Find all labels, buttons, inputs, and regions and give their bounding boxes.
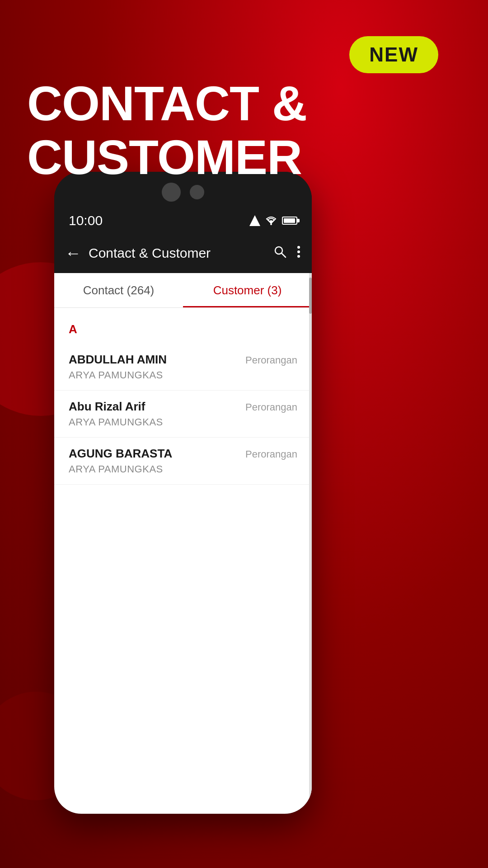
camera-sensor xyxy=(190,185,204,199)
scrollbar-track xyxy=(309,273,312,814)
app-bar: ← Contact & Customer xyxy=(54,233,312,273)
camera-front xyxy=(162,183,181,202)
wifi-icon xyxy=(265,215,277,226)
contact-type: Perorangan xyxy=(245,401,297,413)
contact-type: Perorangan xyxy=(245,448,297,460)
heading-line1: CONTACT & xyxy=(27,77,307,131)
contact-sub: ARYA PAMUNGKAS xyxy=(69,369,167,381)
svg-marker-0 xyxy=(249,215,260,226)
status-bar: 10:00 xyxy=(54,208,312,233)
contact-name: AGUNG BARASTA xyxy=(69,447,172,461)
status-icons xyxy=(249,215,297,226)
heading-line2: CUSTOMER xyxy=(27,131,307,184)
svg-line-3 xyxy=(282,253,286,257)
contact-sub: ARYA PAMUNGKAS xyxy=(69,463,172,475)
section-header-a: A xyxy=(54,319,312,344)
contact-name: Abu Rizal Arif xyxy=(69,400,163,414)
list-item[interactable]: AGUNG BARASTA ARYA PAMUNGKAS Perorangan xyxy=(54,438,312,485)
main-heading: CONTACT & CUSTOMER xyxy=(27,77,307,184)
status-time: 10:00 xyxy=(69,213,103,228)
tab-contact[interactable]: Contact (264) xyxy=(54,273,183,307)
phone-mockup: 10:00 ← Contact & Customer xyxy=(54,172,312,814)
list-item-left: Abu Rizal Arif ARYA PAMUNGKAS xyxy=(69,400,163,428)
battery-icon xyxy=(282,217,297,225)
contact-type: Perorangan xyxy=(245,354,297,366)
scrollbar-thumb[interactable] xyxy=(309,278,312,314)
back-button[interactable]: ← xyxy=(65,244,81,263)
contact-sub: ARYA PAMUNGKAS xyxy=(69,416,163,428)
svg-point-5 xyxy=(297,250,300,253)
contact-name: ABDULLAH AMIN xyxy=(69,353,167,367)
list-item[interactable]: Abu Rizal Arif ARYA PAMUNGKAS Perorangan xyxy=(54,391,312,438)
tabs: Contact (264) Customer (3) xyxy=(54,273,312,308)
search-button[interactable] xyxy=(273,245,287,262)
app-bar-title: Contact & Customer xyxy=(89,245,266,261)
more-button[interactable] xyxy=(296,245,301,262)
svg-point-1 xyxy=(270,223,272,225)
list-item-left: AGUNG BARASTA ARYA PAMUNGKAS xyxy=(69,447,172,475)
tab-customer[interactable]: Customer (3) xyxy=(183,273,312,307)
list-item[interactable]: ABDULLAH AMIN ARYA PAMUNGKAS Perorangan xyxy=(54,344,312,391)
phone-content: Contact (264) Customer (3) A ABDULLAH AM… xyxy=(54,273,312,814)
svg-point-4 xyxy=(297,246,300,249)
signal-icon xyxy=(249,215,260,226)
list-content: A ABDULLAH AMIN ARYA PAMUNGKAS Peroranga… xyxy=(54,308,312,485)
svg-point-6 xyxy=(297,255,300,258)
app-bar-icons xyxy=(273,245,301,262)
new-badge: NEW xyxy=(349,36,438,73)
list-item-left: ABDULLAH AMIN ARYA PAMUNGKAS xyxy=(69,353,167,381)
